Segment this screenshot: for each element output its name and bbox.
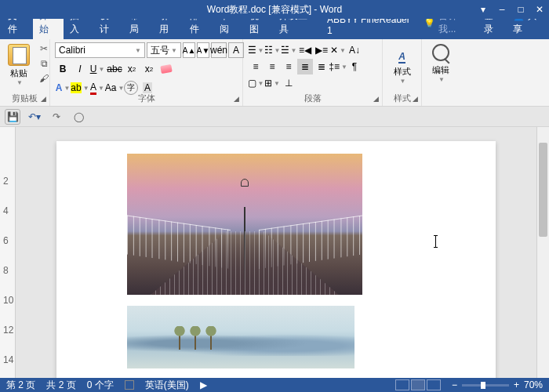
copy-icon[interactable]: ⧉	[38, 57, 50, 70]
group-font: Calibri▼ 五号▼ A▲ A▼ wén A B I U▼ abc x2 x…	[50, 39, 243, 106]
scroll-thumb[interactable]	[539, 143, 547, 237]
ribbon-options-icon[interactable]: ▾	[474, 0, 493, 19]
zoom-slider[interactable]	[462, 384, 509, 387]
minimize-icon[interactable]: –	[493, 0, 511, 19]
ribbon-tabs: 文件 开始 插入 设计 布局 引用 邮件 审阅 视图 开发工具 ABBYY Fi…	[0, 19, 549, 39]
sort-button[interactable]: A↓	[347, 42, 362, 58]
bold-button[interactable]: B	[55, 61, 71, 77]
view-read-button[interactable]	[395, 379, 409, 390]
quick-access-toolbar: 💾 ↶▾ ↷ ◯	[0, 107, 549, 127]
vertical-scrollbar[interactable]	[536, 127, 549, 378]
status-words[interactable]: 0 个字	[87, 379, 114, 392]
bulb-icon: 💡	[424, 17, 435, 28]
format-painter-icon[interactable]: 🖌	[38, 72, 50, 85]
text-cursor	[435, 235, 436, 248]
save-button[interactable]: 💾	[5, 109, 20, 125]
decrease-indent-button[interactable]: ≡◀	[297, 42, 313, 58]
borders-button[interactable]: ⊞▼	[264, 75, 280, 91]
asian-layout-button[interactable]: ✕▼	[330, 42, 346, 58]
line-spacing-button[interactable]: ‡≡▼	[330, 59, 346, 74]
undo-button[interactable]: ↶▾	[27, 109, 42, 125]
show-marks-button[interactable]: ¶	[347, 59, 362, 74]
align-left-button[interactable]: ≡	[248, 59, 264, 74]
tabs-button[interactable]: ⊥	[281, 75, 296, 91]
view-print-button[interactable]	[411, 379, 425, 390]
zoom-in-button[interactable]: +	[514, 379, 519, 390]
clipboard-dialog-launcher[interactable]: ◢	[38, 95, 48, 104]
numbering-button[interactable]: ☷▼	[264, 42, 280, 58]
align-center-button[interactable]: ≡	[264, 59, 280, 74]
multilevel-button[interactable]: ☱▼	[281, 42, 296, 58]
editing-button[interactable]: 编辑 ▼	[426, 41, 456, 86]
view-web-button[interactable]	[427, 379, 441, 390]
title-bar: Word教程.doc [兼容模式] - Word ▾ – □ ✕	[0, 0, 549, 19]
align-distributed-button[interactable]: ≣	[314, 59, 329, 74]
align-right-button[interactable]: ≡	[281, 59, 296, 74]
close-icon[interactable]: ✕	[530, 0, 549, 19]
paste-label: 粘贴	[10, 67, 27, 79]
vertical-ruler[interactable]: 2468101214	[0, 127, 16, 378]
status-language[interactable]: 英语(美国)	[145, 379, 189, 392]
zoom-controls: − + 70%	[452, 379, 543, 390]
group-paragraph: ☰▼ ☷▼ ☱▼ ≡◀ ▶≡ ✕▼ A↓ ≡ ≡ ≡ ≣ ≣ ‡≡▼ ¶ ▢▼ …	[243, 39, 383, 106]
group-clipboard: 粘贴 ▼ ✂ ⧉ 🖌 剪贴板 ◢	[0, 39, 50, 106]
font-size-select[interactable]: 五号▼	[147, 42, 181, 58]
inserted-image-pier[interactable]	[127, 154, 362, 295]
styles-label: 样式	[394, 66, 411, 78]
document-area: 2468101214	[0, 127, 549, 378]
status-page[interactable]: 第 2 页	[6, 379, 35, 392]
increase-indent-button[interactable]: ▶≡	[314, 42, 329, 58]
group-paragraph-label: 段落	[243, 91, 382, 106]
zoom-out-button[interactable]: −	[452, 379, 457, 390]
group-styles: A 样式 ▼ 样式 ◢	[383, 39, 422, 106]
view-buttons	[395, 379, 441, 390]
redo-button[interactable]: ↷	[49, 109, 64, 125]
spell-check-icon[interactable]	[125, 380, 134, 390]
maximize-icon[interactable]: □	[511, 0, 530, 19]
cut-icon[interactable]: ✂	[38, 42, 50, 55]
page[interactable]	[56, 141, 496, 378]
superscript-button[interactable]: x2	[141, 61, 157, 77]
status-bar: 第 2 页 共 2 页 0 个字 英语(美国) ▶ − + 70%	[0, 378, 549, 392]
paragraph-dialog-launcher[interactable]: ◢	[371, 95, 380, 104]
phonetic-guide-button[interactable]: wén	[211, 42, 227, 58]
styles-dialog-launcher[interactable]: ◢	[410, 95, 420, 104]
font-name-select[interactable]: Calibri▼	[55, 42, 145, 58]
subscript-button[interactable]: x2	[124, 61, 140, 77]
page-scroll[interactable]	[16, 127, 536, 378]
editing-label: 编辑	[432, 64, 449, 76]
paste-icon	[8, 44, 30, 66]
paste-button[interactable]: 粘贴 ▼	[6, 42, 31, 88]
group-font-label: 字体	[50, 91, 242, 106]
strikethrough-button[interactable]: abc	[107, 61, 122, 77]
clear-format-button[interactable]	[158, 61, 174, 77]
align-justify-button[interactable]: ≣	[297, 59, 313, 74]
window-title: Word教程.doc [兼容模式] - Word	[207, 3, 342, 16]
inserted-image-landscape[interactable]	[127, 306, 354, 368]
qat-extra-button[interactable]: ◯	[71, 109, 86, 125]
zoom-level[interactable]: 70%	[524, 379, 543, 390]
decrease-font-button[interactable]: A▼	[197, 42, 209, 58]
underline-button[interactable]: U▼	[89, 61, 105, 77]
char-border-button[interactable]: A	[228, 42, 244, 58]
macro-record-icon[interactable]: ▶	[200, 379, 207, 390]
styles-button[interactable]: A 样式 ▼	[387, 41, 417, 88]
status-pages[interactable]: 共 2 页	[46, 379, 75, 392]
font-size-value: 五号	[151, 44, 169, 57]
chevron-down-icon: ▼	[16, 79, 23, 86]
font-dialog-launcher[interactable]: ◢	[231, 95, 241, 104]
group-editing: 编辑 ▼	[422, 39, 460, 106]
font-name-value: Calibri	[59, 45, 85, 56]
italic-button[interactable]: I	[72, 61, 88, 77]
search-icon	[432, 44, 449, 61]
increase-font-button[interactable]: A▲	[183, 42, 195, 58]
bullets-button[interactable]: ☰▼	[248, 42, 264, 58]
shading-button[interactable]: ▢▼	[248, 75, 264, 91]
styles-icon: A	[398, 44, 405, 64]
ribbon: 粘贴 ▼ ✂ ⧉ 🖌 剪贴板 ◢ Calibri▼ 五号▼ A▲	[0, 39, 549, 107]
